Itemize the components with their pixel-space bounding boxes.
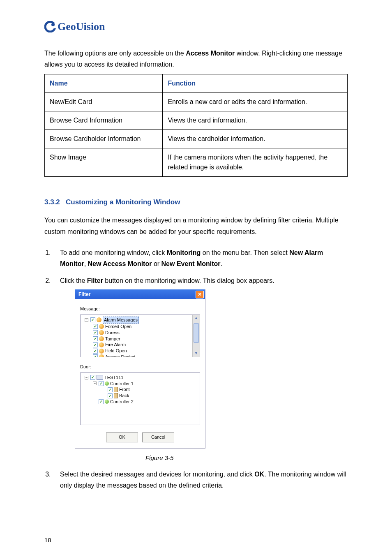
controller-icon bbox=[105, 400, 109, 404]
table-row: Browse Cardholder Information Views the … bbox=[45, 130, 348, 148]
text: , bbox=[84, 260, 88, 267]
lamp-icon bbox=[99, 354, 104, 357]
page-number: 18 bbox=[44, 536, 51, 543]
message-label: Message: bbox=[80, 305, 200, 313]
checkbox[interactable]: ✔ bbox=[90, 317, 95, 322]
cell-function: Enrolls a new card or edits the card inf… bbox=[163, 93, 348, 111]
collapse-icon[interactable]: − bbox=[85, 318, 88, 322]
lamp-icon bbox=[99, 342, 104, 347]
door-tree[interactable]: − ✔ TEST111 − ✔ Controller 1 bbox=[80, 372, 200, 425]
host-icon bbox=[97, 375, 103, 380]
logo-mark-icon bbox=[44, 21, 56, 32]
text: Select the desired messages and devices … bbox=[60, 471, 254, 478]
close-icon[interactable]: ✕ bbox=[196, 291, 204, 298]
lamp-icon bbox=[99, 330, 104, 335]
door-icon bbox=[114, 393, 118, 398]
tree-item-label[interactable]: Alarm Messages bbox=[103, 317, 139, 324]
text-bold: Filter bbox=[87, 277, 103, 284]
cell-name: Browse Card Information bbox=[45, 111, 163, 130]
lamp-icon bbox=[99, 336, 104, 341]
tree-item-label[interactable]: TEST111 bbox=[104, 375, 123, 381]
checkbox[interactable]: ✔ bbox=[90, 375, 95, 380]
tree-item-label[interactable]: Forced Open bbox=[105, 324, 131, 330]
text-bold: OK bbox=[254, 471, 264, 478]
cell-name: Show Image bbox=[45, 148, 163, 177]
scroll-thumb[interactable] bbox=[194, 323, 199, 343]
step-1: To add one monitoring window, click Moni… bbox=[53, 247, 348, 269]
checkbox[interactable]: ✔ bbox=[93, 324, 98, 329]
step-2: Click the Filter button on the monitorin… bbox=[53, 275, 348, 463]
scroll-track[interactable] bbox=[193, 321, 200, 350]
lamp-icon bbox=[97, 317, 101, 322]
section-heading: 3.3.2 Customizing a Monitoring Window bbox=[44, 198, 348, 206]
cell-function: Views the cardholder information. bbox=[163, 130, 348, 148]
tree-item-label[interactable]: Held Open bbox=[105, 348, 127, 354]
text-bold: Monitoring bbox=[167, 249, 201, 256]
collapse-icon[interactable]: − bbox=[93, 382, 97, 385]
brand-logo: GeoUision bbox=[44, 21, 348, 33]
scrollbar[interactable]: ▲ ▼ bbox=[192, 315, 200, 357]
text: on the menu bar. Then select bbox=[201, 249, 289, 256]
text: To add one monitoring window, click bbox=[60, 249, 167, 256]
cell-function: If the camera monitors when the activity… bbox=[163, 148, 348, 177]
door-label: Door: bbox=[80, 363, 200, 371]
checkbox[interactable]: ✔ bbox=[108, 387, 113, 392]
tree-item-label[interactable]: Controller 2 bbox=[110, 399, 134, 405]
checkbox[interactable]: ✔ bbox=[93, 349, 98, 354]
checkbox[interactable]: ✔ bbox=[93, 354, 98, 357]
lamp-icon bbox=[99, 349, 104, 354]
tree-item-label[interactable]: Duress bbox=[105, 330, 120, 336]
options-table: Name Function New/Edit Card Enrolls a ne… bbox=[44, 74, 348, 177]
text: button on the monitoring window. This di… bbox=[103, 277, 274, 284]
tree-item-label[interactable]: Controller 1 bbox=[110, 381, 134, 387]
text: or bbox=[152, 260, 161, 267]
tree-item-label[interactable]: Back bbox=[119, 393, 129, 399]
table-row: Show Image If the camera monitors when t… bbox=[45, 148, 348, 177]
collapse-icon[interactable]: − bbox=[85, 376, 88, 379]
intro-paragraph: The following options are only accessibl… bbox=[44, 48, 348, 70]
text-bold: New Access Monitor bbox=[88, 260, 152, 267]
tree-item-label[interactable]: Front bbox=[119, 386, 130, 393]
section-number: 3.3.2 bbox=[44, 198, 60, 206]
ok-button[interactable]: OK bbox=[106, 432, 138, 442]
dialog-titlebar[interactable]: Filter ✕ bbox=[75, 289, 205, 299]
cancel-button[interactable]: Cancel bbox=[142, 432, 174, 442]
checkbox[interactable]: ✔ bbox=[99, 381, 104, 386]
step-3: Select the desired messages and devices … bbox=[53, 469, 348, 491]
checkbox[interactable]: ✔ bbox=[93, 330, 98, 335]
intro-bold: Access Monitor bbox=[186, 50, 235, 57]
text-bold: New Event Monitor bbox=[161, 260, 221, 267]
door-icon bbox=[114, 387, 118, 392]
text: . bbox=[221, 260, 222, 267]
svg-point-2 bbox=[51, 23, 55, 26]
cell-name: Browse Cardholder Information bbox=[45, 130, 163, 148]
th-function: Function bbox=[163, 74, 348, 93]
filter-dialog: Filter ✕ Message: − ✔ Alarm Messages bbox=[75, 289, 205, 448]
checkbox[interactable]: ✔ bbox=[108, 393, 113, 398]
message-tree[interactable]: − ✔ Alarm Messages ✔Forced Open ✔Duress … bbox=[80, 314, 200, 357]
tree-item-label[interactable]: Access Denied bbox=[105, 354, 135, 357]
lamp-icon bbox=[99, 324, 104, 329]
checkbox[interactable]: ✔ bbox=[93, 342, 98, 347]
text: Click the bbox=[60, 277, 87, 284]
th-name: Name bbox=[45, 74, 163, 93]
tree-item-label[interactable]: Tamper bbox=[105, 336, 120, 342]
checkbox[interactable]: ✔ bbox=[99, 399, 104, 404]
controller-icon bbox=[105, 382, 109, 386]
checkbox[interactable]: ✔ bbox=[93, 336, 98, 341]
cell-name: New/Edit Card bbox=[45, 93, 163, 111]
table-row: Browse Card Information Views the card i… bbox=[45, 111, 348, 130]
figure-caption: Figure 3-5 bbox=[145, 453, 348, 463]
tree-item-label[interactable]: Fire Alarm bbox=[105, 342, 126, 348]
cell-function: Views the card information. bbox=[163, 111, 348, 130]
table-row: New/Edit Card Enrolls a new card or edit… bbox=[45, 93, 348, 111]
section-paragraph: You can customize the messages displayed… bbox=[44, 215, 348, 237]
section-title: Customizing a Monitoring Window bbox=[66, 198, 180, 206]
dialog-title: Filter bbox=[78, 290, 90, 298]
brand-text: GeoUision bbox=[58, 21, 105, 33]
steps-list: To add one monitoring window, click Moni… bbox=[44, 247, 348, 491]
intro-pre: The following options are only accessibl… bbox=[44, 50, 186, 57]
scroll-down-icon[interactable]: ▼ bbox=[193, 350, 200, 357]
scroll-up-icon[interactable]: ▲ bbox=[193, 315, 200, 321]
